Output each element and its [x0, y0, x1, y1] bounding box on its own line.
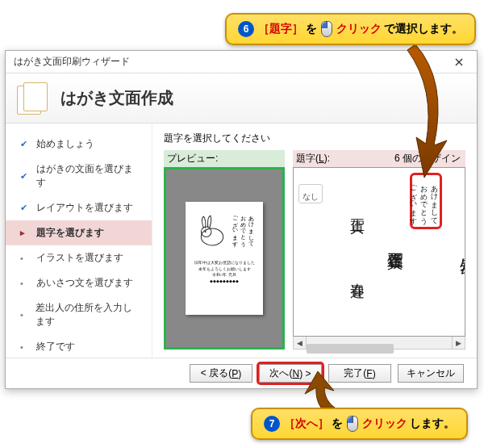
- step-daiji[interactable]: ▸題字を選びます: [6, 220, 152, 245]
- finish-button[interactable]: 完了(F): [328, 364, 391, 383]
- step-label: あいさつ文を選びます: [36, 276, 133, 290]
- callout-bracket-text: ［次へ］: [284, 417, 329, 431]
- step-start[interactable]: ✔始めましょう: [6, 132, 152, 157]
- callout-step6: 6 ［題字］ を クリック で選択します。: [225, 13, 476, 45]
- instruction-label: 題字を選択してください: [164, 132, 465, 145]
- cancel-button[interactable]: キャンセル: [398, 364, 464, 383]
- step-label: 始めましょう: [36, 137, 94, 151]
- wizard-header: はがき文面作成: [6, 73, 477, 124]
- step-greeting[interactable]: •あいさつ文を選びます: [6, 270, 152, 295]
- check-icon: ✔: [20, 203, 30, 213]
- svg-point-1: [201, 227, 211, 237]
- document-icon: [17, 82, 49, 115]
- bullet-icon: •: [20, 278, 30, 288]
- preview-bottom-text: 旧年中は大変お世話になりました本年もよろしくお願いします令和○年 元旦◆◆◆◆◆…: [186, 260, 263, 284]
- svg-point-2: [205, 231, 207, 232]
- close-icon: [455, 58, 463, 66]
- callout-bracket-text: ［題字］: [258, 22, 303, 36]
- step-address[interactable]: •差出人の住所を入力します: [6, 295, 152, 334]
- step-illust[interactable]: •イラストを選びます: [6, 245, 152, 270]
- step-label: イラストを選びます: [36, 251, 123, 265]
- design-option[interactable]: 賀正: [326, 173, 365, 236]
- callout-action: クリック: [362, 417, 407, 431]
- scroll-right-button[interactable]: ▶: [452, 337, 465, 349]
- bullet-icon: •: [20, 342, 30, 352]
- wizard-heading: はがき文面作成: [60, 87, 173, 109]
- design-picker: 題字(L): 6 個のデザイン なし 賀正 迎春 賀正頌春 あけましておめでとう…: [293, 150, 465, 350]
- design-option[interactable]: 迎春: [326, 237, 365, 300]
- design-option[interactable]: 賀正頌春: [368, 173, 407, 302]
- callout-step7: 7 ［次へ］ を クリック します。: [251, 408, 468, 440]
- bullet-icon: •: [20, 310, 29, 320]
- step-layout[interactable]: ✔レイアウトを選びます: [6, 195, 152, 220]
- callout-mid: を: [306, 22, 317, 36]
- scroll-thumb[interactable]: [307, 344, 394, 354]
- next-button[interactable]: 次へ(N) >: [259, 364, 322, 383]
- wizard-footer: < 戻る(P) 次へ(N) > 完了(F) キャンセル: [6, 358, 477, 388]
- callout-tail: で選択します。: [384, 22, 463, 36]
- design-grid[interactable]: なし 賀正 迎春 賀正頌春 あけましておめでとうございます 頌春: [293, 167, 465, 337]
- design-option[interactable]: 頌春: [445, 173, 465, 302]
- step-label: 差出人の住所を入力します: [35, 301, 140, 329]
- preview-card: あけましておめでとうございます 旧年中は大変お世話になりました本年もよろしくお願…: [186, 202, 263, 315]
- design-count: 6 個のデザイン: [394, 152, 465, 165]
- step-bunmen[interactable]: ✔はがきの文面を選びます: [6, 157, 152, 195]
- mouse-icon: [321, 21, 332, 37]
- step-label: 終了です: [36, 340, 75, 354]
- preview-label: プレビュー:: [164, 150, 285, 167]
- callout-number: 6: [238, 21, 254, 37]
- step-list: ✔始めましょう ✔はがきの文面を選びます ✔レイアウトを選びます ▸題字を選びま…: [6, 124, 152, 358]
- wizard-dialog: はがき文面印刷ウィザード はがき文面作成 ✔始めましょう ✔はがきの文面を選びま…: [5, 50, 478, 389]
- picker-label: 題字(L):: [293, 152, 330, 165]
- arrow-right-icon: ▸: [20, 228, 30, 238]
- back-button[interactable]: < 戻る(P): [190, 364, 252, 383]
- scroll-left-button[interactable]: ◀: [294, 337, 307, 349]
- callout-number: 7: [264, 416, 280, 432]
- bullet-icon: •: [20, 253, 30, 263]
- picker-header: 題字(L): 6 個のデザイン: [293, 150, 465, 167]
- horizontal-scrollbar[interactable]: ◀ ▶: [293, 337, 465, 350]
- step-finish[interactable]: •終了です: [6, 334, 152, 359]
- step-label: 題字を選びます: [36, 226, 104, 240]
- check-icon: ✔: [20, 171, 30, 182]
- callout-tail: します。: [410, 417, 455, 431]
- titlebar: はがき文面印刷ウィザード: [6, 51, 477, 73]
- check-icon: ✔: [20, 139, 30, 149]
- design-none[interactable]: なし: [298, 184, 323, 203]
- design-selected[interactable]: あけましておめでとうございます: [410, 173, 442, 229]
- content-pane: 題字を選択してください プレビュー: あけ: [152, 124, 477, 358]
- preview-box: あけましておめでとうございます 旧年中は大変お世話になりました本年もよろしくお願…: [164, 167, 285, 350]
- callout-action: クリック: [336, 22, 382, 36]
- mouse-icon: [347, 416, 358, 432]
- close-button[interactable]: [446, 53, 472, 71]
- callout-mid: を: [332, 417, 343, 431]
- preview-column: プレビュー: あけましておめでとうございます 旧年中は大変お世話に: [164, 150, 285, 350]
- step-label: はがきの文面を選びます: [36, 162, 140, 190]
- preview-vertical-text: あけましておめでとうございます: [232, 211, 255, 244]
- rabbit-icon: [195, 213, 229, 247]
- window-title: はがき文面印刷ウィザード: [14, 55, 130, 69]
- step-label: レイアウトを選びます: [36, 201, 133, 215]
